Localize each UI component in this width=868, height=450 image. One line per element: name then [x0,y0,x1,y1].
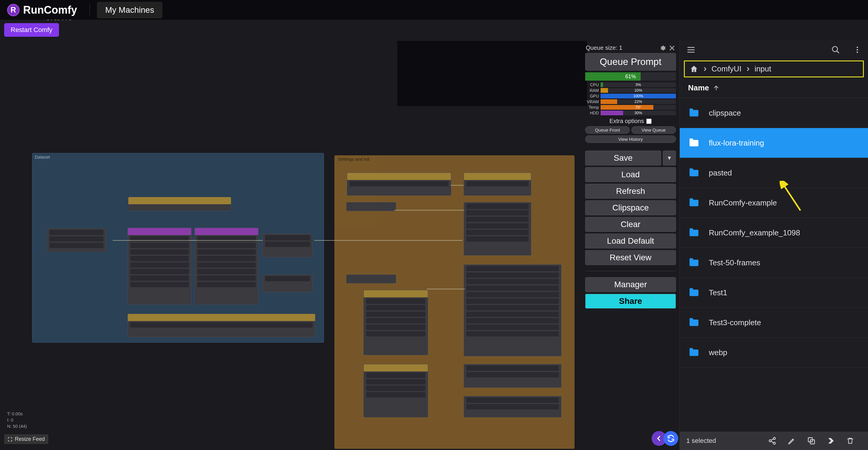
node-block[interactable] [464,172,531,196]
share-icon[interactable] [768,437,776,445]
canvas-stats: T: 0.00s I: 0 N: 50 (44) [7,411,27,429]
file-list-item[interactable]: webp [680,338,868,367]
clear-button[interactable]: Clear [585,217,676,232]
metric-bar: 70° [600,105,676,110]
node-block[interactable] [364,364,428,417]
node-block[interactable] [346,202,396,211]
gear-icon[interactable] [659,45,666,51]
folder-icon [688,227,700,238]
metric-value: 100% [633,94,643,98]
more-vert-icon[interactable] [853,46,862,54]
move-icon[interactable] [827,437,835,445]
node-block[interactable] [262,234,313,257]
metric-value: 22% [634,99,642,104]
file-item-label: flux-lora-training [709,138,764,148]
stat-time: T: 0.00s [7,411,27,417]
metric-value: 30% [634,110,642,115]
breadcrumb-item[interactable]: ComfyUI [711,64,741,73]
selection-count: 1 selected [686,437,716,445]
file-list-header[interactable]: Name [680,82,868,98]
queue-front-button[interactable]: Queue Front [585,126,630,134]
stat-n: N: 50 (44) [7,423,27,429]
node-block[interactable] [464,264,561,356]
node-block[interactable] [128,197,231,211]
edit-icon[interactable] [788,437,796,445]
metric-bar: 3% [600,83,676,87]
copy-icon[interactable] [807,437,815,445]
folder-icon [688,257,700,268]
node-block[interactable] [194,228,258,305]
breadcrumb-item[interactable]: input [754,64,771,73]
node-block[interactable] [364,290,428,355]
node-block[interactable] [464,364,561,388]
view-queue-button[interactable]: View Queue [631,126,676,134]
folder-icon [688,287,700,298]
app-header: R RunComfy current 24.08.14.0 My Machine… [0,0,868,20]
file-item-label: webp [709,348,727,357]
load-button[interactable]: Load [585,167,676,182]
file-item-label: Test-50-frames [709,258,760,267]
load-default-button[interactable]: Load Default [585,234,676,249]
extra-options-row: Extra options [585,118,676,125]
breadcrumb: ComfyUI input [684,61,864,77]
node-block[interactable] [464,202,531,256]
file-list-item[interactable]: Test-50-frames [680,248,868,278]
metric-row: Temp 70° [585,105,676,110]
file-item-label: pasted [709,168,732,178]
delete-icon[interactable] [846,437,854,445]
view-history-button[interactable]: View History [585,135,676,143]
file-list-item[interactable]: clipspace [680,98,868,128]
svg-point-1 [857,47,858,48]
node-block[interactable] [347,172,451,196]
metric-bar: 22% [600,99,676,104]
file-list-item[interactable]: RunComfy-example [680,188,868,218]
node-block[interactable] [127,314,315,338]
extra-options-checkbox[interactable] [646,119,652,124]
close-icon[interactable] [669,45,675,51]
metric-row: CPU 3% [585,83,676,87]
resize-feed-button[interactable]: Resize Feed [4,434,48,444]
node-block[interactable] [47,228,106,252]
queue-prompt-button[interactable]: Queue Prompt [585,53,676,70]
share-button[interactable]: Share [585,294,676,309]
metric-row: VRAM 22% [585,99,676,104]
file-list-item[interactable]: Test3-complete [680,308,868,338]
node-block[interactable] [346,275,396,283]
manager-button[interactable]: Manager [585,277,676,292]
search-icon[interactable] [831,45,840,54]
metric-fill [600,105,653,110]
node-block[interactable] [262,275,313,292]
svg-point-6 [773,442,776,444]
file-item-label: Test3-complete [709,318,761,327]
clipspace-button[interactable]: Clipspace [585,200,676,215]
stat-i: I: 0 [7,417,27,423]
svg-point-0 [832,46,838,52]
save-dropdown[interactable]: ▼ [663,151,676,165]
my-machines-button[interactable]: My Machines [97,2,162,19]
reset-view-button[interactable]: Reset View [585,250,676,265]
svg-point-4 [773,437,776,439]
file-list-item[interactable]: Test1 [680,278,868,308]
refresh-button[interactable]: Refresh [585,184,676,199]
group-settings-title: Settings and init [338,157,370,162]
restart-comfy-button[interactable]: Restart Comfy [4,23,59,37]
refresh-circle-button[interactable] [663,431,678,446]
file-item-label: RunComfy-example [709,198,777,207]
file-list-item[interactable]: pasted [680,158,868,188]
node-block[interactable] [127,228,191,305]
node-canvas[interactable]: Dataset Settings and init T: 0.00 [0,20,679,450]
metric-bar: 30% [600,110,676,115]
save-button[interactable]: Save [585,151,661,165]
queue-size-label: Queue size: 1 [586,44,622,51]
sort-asc-icon[interactable] [713,85,720,92]
metric-row: RAM 10% [585,88,676,93]
file-list-item[interactable]: RunComfy_example_1098 [680,218,868,248]
metric-row: HDD 30% [585,110,676,115]
home-icon[interactable] [689,65,699,73]
hamburger-icon[interactable] [686,45,696,55]
folder-icon [688,197,700,209]
file-list: clipspace flux-lora-training pasted RunC… [680,98,868,450]
node-block[interactable] [464,396,561,417]
metric-bar: 100% [600,94,676,98]
file-list-item[interactable]: flux-lora-training [680,128,868,158]
